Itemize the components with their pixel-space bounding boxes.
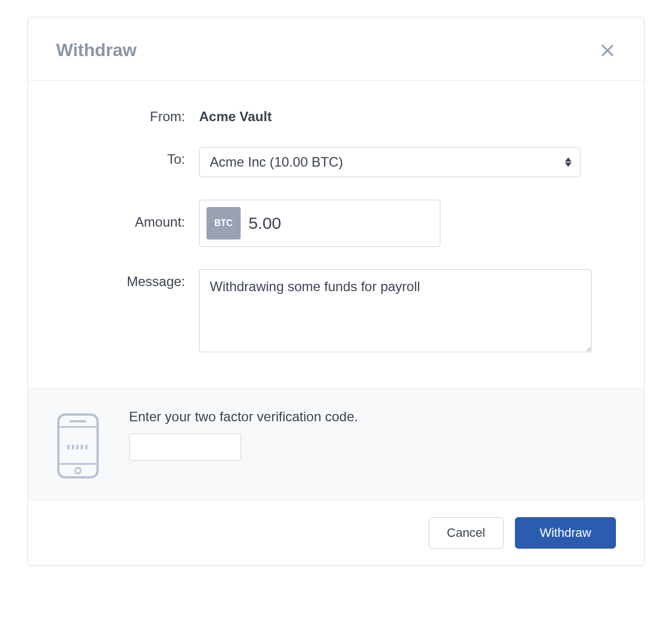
withdraw-button[interactable]: Withdraw xyxy=(515,517,616,549)
twofa-section: Enter your two factor verification code. xyxy=(28,388,644,500)
svg-point-6 xyxy=(75,468,81,473)
to-row: To: Acme Inc (10.00 BTC) xyxy=(28,147,644,177)
from-label: From: xyxy=(56,109,199,125)
to-select-value: Acme Inc (10.00 BTC) xyxy=(210,154,343,170)
modal-title: Withdraw xyxy=(56,40,137,61)
modal-body: From: Acme Vault To: Acme Inc (10.00 BTC… xyxy=(28,81,644,388)
cancel-button[interactable]: Cancel xyxy=(429,517,504,549)
phone-icon xyxy=(56,412,100,480)
amount-row: Amount: BTC xyxy=(28,200,644,247)
from-row: From: Acme Vault xyxy=(28,109,644,125)
message-textarea[interactable] xyxy=(199,269,592,352)
amount-input[interactable] xyxy=(248,207,433,240)
amount-label: Amount: xyxy=(56,200,199,230)
to-select[interactable]: Acme Inc (10.00 BTC) xyxy=(199,147,581,177)
message-label: Message: xyxy=(56,269,199,289)
from-value: Acme Vault xyxy=(199,109,616,125)
amount-group: BTC xyxy=(199,200,440,247)
currency-badge: BTC xyxy=(206,207,241,240)
twofa-label: Enter your two factor verification code. xyxy=(129,409,616,425)
close-button[interactable] xyxy=(599,42,616,59)
close-icon xyxy=(600,43,615,58)
to-label: To: xyxy=(56,147,199,167)
modal-footer: Cancel Withdraw xyxy=(28,500,644,565)
message-row: Message: xyxy=(28,269,644,355)
twofa-input[interactable] xyxy=(129,434,241,461)
withdraw-modal: Withdraw From: Acme Vault To: Acme Inc (… xyxy=(27,17,645,566)
modal-header: Withdraw xyxy=(28,17,644,81)
